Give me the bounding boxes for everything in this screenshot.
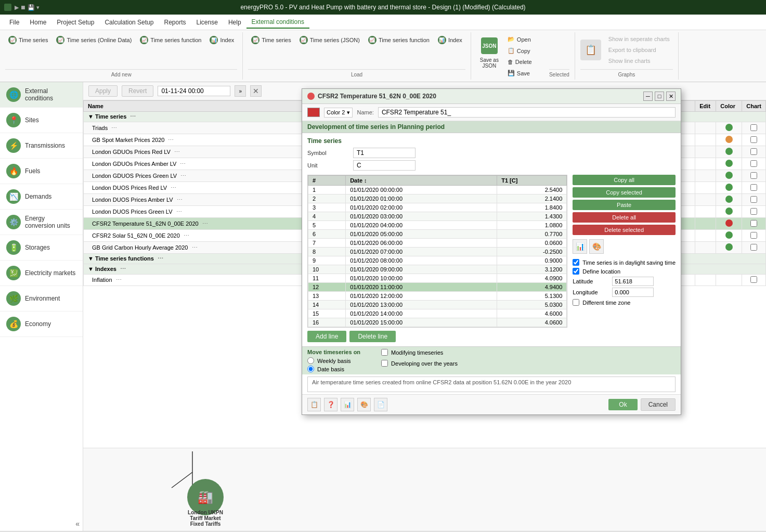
ribbon-btn-copy[interactable]: 📋 Copy (504, 46, 547, 56)
row-chart-cell[interactable] (742, 122, 766, 134)
nav-forward-btn[interactable]: » (235, 85, 246, 97)
dialog-close-btn[interactable]: ✕ (666, 92, 676, 101)
row-dots[interactable]: ⋯ (178, 161, 188, 167)
row-dots[interactable]: ⋯ (174, 209, 184, 215)
ts-data-row[interactable]: 10 01/01/2020 09:00:00 3.1200 (308, 265, 567, 274)
menu-calc-setup[interactable]: Calculation Setup (99, 17, 159, 28)
ribbon-btn-show-separate[interactable]: Show in seperate charts (605, 34, 673, 44)
ts-data-row[interactable]: 8 01/01/2020 07:00:00 -0.2500 (308, 248, 567, 256)
footer-icon-3[interactable]: 📊 (341, 398, 354, 411)
row-chart-check[interactable] (750, 276, 757, 283)
ribbon-btn-load-ts[interactable]: 📈 Time series (248, 34, 294, 46)
palette-icon-btn[interactable]: 🎨 (589, 239, 604, 254)
row-dots[interactable]: ⋯ (166, 137, 176, 143)
row-chart-check[interactable] (750, 220, 757, 227)
delete-line-btn[interactable]: Delete line (349, 331, 396, 342)
menu-file[interactable]: File (4, 17, 24, 28)
define-location-check[interactable] (573, 268, 579, 275)
close-content-btn[interactable]: ✕ (250, 85, 262, 97)
developing-check[interactable] (381, 360, 388, 367)
chart-icon-btn[interactable]: 📊 (573, 239, 587, 254)
row-dots[interactable]: ⋯ (178, 173, 188, 179)
group-collapse-icon[interactable]: ▼ (88, 113, 94, 120)
row-dots[interactable]: ⋯ (175, 197, 185, 203)
copy-selected-btn[interactable]: Copy selected (573, 187, 676, 198)
sidebar-collapse-btn[interactable]: « (0, 516, 83, 531)
ts-data-row[interactable]: 12 01/01/2020 11:00:00 4.9400 (308, 283, 567, 292)
cancel-button[interactable]: Cancel (641, 398, 676, 411)
weekly-basis-radio[interactable] (307, 357, 314, 364)
menu-project-setup[interactable]: Project Setup (51, 17, 99, 28)
row-chart-check[interactable] (750, 124, 757, 131)
dialog-maximize-btn[interactable]: □ (655, 92, 664, 101)
date-input[interactable] (158, 86, 230, 96)
delete-selected-btn[interactable]: Delete selected (573, 225, 676, 235)
row-chart-cell[interactable] (742, 170, 766, 182)
ribbon-btn-time-series[interactable]: 📈 Time series (5, 34, 51, 46)
row-dots[interactable]: ⋯ (168, 185, 178, 191)
footer-icon-2[interactable]: ❓ (324, 398, 337, 411)
latitude-input[interactable] (612, 277, 654, 286)
ribbon-btn-save[interactable]: 💾 Save (504, 68, 547, 78)
group-dots[interactable]: ⋯ (155, 255, 165, 262)
ts-data-row[interactable]: 4 01/01/2020 03:00:00 1.4300 (308, 212, 567, 221)
ts-data-row[interactable]: 13 01/01/2020 12:00:00 5.1300 (308, 292, 567, 301)
apply-button[interactable]: Apply (88, 85, 118, 97)
paste-btn[interactable]: Paste (573, 200, 676, 210)
row-chart-check[interactable] (750, 184, 757, 191)
copy-all-btn[interactable]: Copy all (573, 175, 676, 185)
row-chart-cell[interactable] (742, 146, 766, 158)
ribbon-btn-load-ts-json[interactable]: 📈 Time series (JSON) (296, 34, 363, 46)
row-chart-cell[interactable] (742, 242, 766, 254)
ribbon-btn-index[interactable]: 📊 Index (206, 34, 237, 46)
ribbon-btn-load-index[interactable]: 📊 Index (435, 34, 465, 46)
ts-data-row[interactable]: 9 01/01/2020 08:00:00 0.9000 (308, 256, 567, 265)
footer-icon-1[interactable]: 📋 (307, 398, 321, 411)
row-dots[interactable]: ⋯ (114, 277, 124, 283)
delete-all-btn[interactable]: Delete all (573, 212, 676, 223)
sidebar-item-energy-conversion[interactable]: ⚙️ Energy conversion units (0, 210, 83, 235)
menu-license[interactable]: License (191, 17, 223, 28)
row-chart-cell[interactable] (742, 230, 766, 242)
row-chart-check[interactable] (750, 244, 757, 251)
menu-help[interactable]: Help (223, 17, 246, 28)
row-chart-cell[interactable] (742, 194, 766, 206)
row-dots[interactable]: ⋯ (200, 220, 210, 227)
ok-button[interactable]: Ok (608, 399, 637, 410)
ts-data-row[interactable]: 1 01/01/2020 00:00:00 2.5400 (308, 186, 567, 194)
menu-external-conditions[interactable]: External conditions (246, 16, 309, 29)
sidebar-item-electricity-markets[interactable]: 💹 Electricity markets (0, 261, 83, 286)
ribbon-btn-show-line-charts[interactable]: Show line charts (605, 56, 673, 66)
color-swatch[interactable] (307, 108, 320, 117)
ts-data-row[interactable]: 2 01/01/2020 01:00:00 2.1400 (308, 194, 567, 203)
ts-data-row[interactable]: 3 01/01/2020 02:00:00 1.8400 (308, 203, 567, 212)
footer-icon-5[interactable]: 📄 (374, 398, 387, 411)
daylight-saving-check[interactable] (573, 259, 579, 266)
row-chart-cell[interactable] (742, 182, 766, 194)
sidebar-item-transmissions[interactable]: ⚡ Transmissions (0, 133, 83, 159)
ts-data-row[interactable]: 15 01/01/2020 14:00:00 4.6000 (308, 309, 567, 318)
ts-data-row[interactable]: 6 01/01/2020 05:00:00 0.7700 (308, 230, 567, 239)
footer-icon-4[interactable]: 🎨 (357, 398, 371, 411)
ribbon-btn-delete[interactable]: 🗑 Delete (504, 57, 547, 67)
sidebar-item-storages[interactable]: 🔋 Storages (0, 235, 83, 261)
add-line-btn[interactable]: Add line (307, 331, 346, 342)
symbol-input[interactable] (353, 148, 416, 158)
ts-data-row[interactable]: 5 01/01/2020 04:00:00 1.0800 (308, 221, 567, 230)
ribbon-btn-export-clipboard[interactable]: Export to clipboard (605, 45, 673, 55)
row-chart-cell[interactable] (742, 134, 766, 146)
ribbon-btn-load-ts-function[interactable]: 📈 Time series function (365, 34, 433, 46)
date-basis-radio[interactable] (307, 366, 314, 372)
modifying-ts-check[interactable] (381, 349, 388, 356)
ts-data-row[interactable]: 11 01/01/2020 10:00:00 4.0900 (308, 274, 567, 283)
ribbon-btn-ts-function[interactable]: 📈 Time series function (137, 34, 204, 46)
row-dots[interactable]: ⋯ (109, 125, 119, 131)
group-dots[interactable]: ⋯ (128, 113, 138, 120)
sidebar-item-sites[interactable]: 📍 Sites (0, 108, 83, 133)
ts-data-row[interactable]: 7 01/01/2020 06:00:00 0.0600 (308, 239, 567, 248)
sidebar-item-external-conditions[interactable]: 🌐 External conditions (0, 82, 83, 108)
ts-data-grid[interactable]: # Date ↕ T1 [C] 1 01/01/2020 00:00:00 2.… (307, 175, 567, 328)
sidebar-item-demands[interactable]: 📉 Demands (0, 184, 83, 210)
row-chart-cell[interactable] (742, 218, 766, 230)
ribbon-btn-time-series-online[interactable]: 📈 Time series (Online Data) (53, 34, 135, 46)
